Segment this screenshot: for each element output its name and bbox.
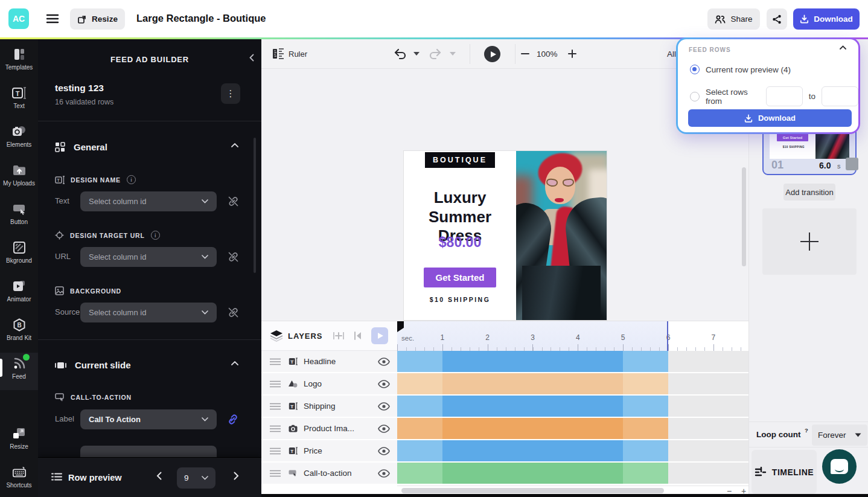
add-transition-icon[interactable]: [333, 330, 345, 341]
background-source-select[interactable]: Select column id: [80, 303, 217, 322]
all-slides-label[interactable]: All: [667, 50, 676, 59]
sidebar-item-templates[interactable]: Templates: [0, 47, 38, 81]
feed-options-kebab-icon[interactable]: ⋮: [221, 83, 240, 104]
drag-handle-icon[interactable]: [270, 470, 281, 477]
add-slide-button[interactable]: [762, 208, 857, 275]
canvas-vertical-scrollbar[interactable]: [742, 167, 746, 266]
prev-row-chevron-icon[interactable]: [156, 472, 162, 480]
undo-icon[interactable]: [393, 48, 407, 60]
layer-row-price[interactable]: T Price: [261, 440, 397, 461]
skip-to-start-icon[interactable]: [353, 331, 363, 341]
ad-product-photo[interactable]: [516, 151, 607, 320]
eye-icon[interactable]: [378, 447, 390, 455]
ad-shipping[interactable]: $10 SHIPPING: [430, 296, 491, 303]
ad-artboard[interactable]: BOUTIQUE Luxury Summer Dress $80.00 Get …: [404, 151, 607, 320]
drag-handle-icon[interactable]: [270, 403, 281, 410]
sidebar-item-elements[interactable]: Elements: [0, 124, 38, 158]
section-current-slide[interactable]: Current slide: [55, 360, 131, 370]
hamburger-menu-icon[interactable]: [46, 13, 59, 24]
current-row-option[interactable]: Current row preview (4): [690, 65, 791, 74]
share-button[interactable]: Share: [707, 8, 760, 30]
cta-label-select[interactable]: Call To Action: [80, 409, 217, 429]
duration-bar[interactable]: [397, 418, 668, 439]
drag-handle-icon[interactable]: [270, 425, 281, 432]
ruler-icon[interactable]: [272, 48, 285, 60]
share-nodes-icon[interactable]: [767, 8, 787, 30]
zoom-in-icon[interactable]: [568, 48, 576, 59]
sidebar-item-bkground[interactable]: Bkground: [0, 240, 38, 274]
drag-handle-icon[interactable]: [270, 447, 281, 455]
timeline-play-button[interactable]: [371, 327, 388, 344]
avatar[interactable]: AC: [8, 8, 29, 29]
sidebar-item-text[interactable]: T Text: [0, 86, 38, 120]
add-transition-button[interactable]: Add transition: [783, 184, 835, 200]
loop-count-select[interactable]: Forever: [812, 425, 867, 446]
ruler-label[interactable]: Ruler: [289, 50, 307, 59]
next-row-chevron-icon[interactable]: [234, 472, 239, 480]
loop-help-mark[interactable]: ?: [805, 427, 808, 434]
eye-icon[interactable]: [378, 425, 390, 433]
zoom-out-icon[interactable]: [521, 48, 529, 59]
layer-row-headline[interactable]: T Headline: [261, 351, 397, 372]
collapse-panel-icon[interactable]: [249, 54, 254, 62]
playhead[interactable]: [667, 321, 668, 351]
panel-scrollbar[interactable]: [254, 138, 256, 273]
select-rows-option[interactable]: Select rows from to: [690, 86, 858, 106]
layer-row-product-image[interactable]: Product Ima...: [261, 418, 397, 439]
duration-bar[interactable]: [397, 396, 668, 417]
link-icon[interactable]: [226, 413, 240, 426]
unlink-icon[interactable]: [227, 195, 240, 208]
section-general[interactable]: General: [55, 142, 107, 152]
layer-row-logo[interactable]: Logo: [261, 373, 397, 394]
sidebar-item-feed[interactable]: Feed: [0, 353, 38, 390]
sidebar-item-brand-kit[interactable]: B Brand Kit: [0, 318, 38, 351]
ad-price[interactable]: $80.00: [439, 234, 481, 251]
eye-icon[interactable]: [378, 402, 390, 411]
rows-to-input[interactable]: [822, 86, 858, 106]
timeline-toggle-button[interactable]: TIMELINE: [752, 450, 817, 494]
layer-row-shipping[interactable]: T Shipping: [261, 396, 397, 417]
info-icon[interactable]: i: [151, 231, 160, 240]
drag-handle-icon[interactable]: [270, 380, 281, 388]
duration-bar[interactable]: [397, 351, 668, 372]
eye-icon[interactable]: [378, 380, 390, 388]
unlink-icon[interactable]: [227, 251, 240, 263]
eye-icon[interactable]: [378, 469, 390, 478]
duration-bar[interactable]: [397, 373, 668, 394]
download-button[interactable]: Download: [793, 8, 860, 30]
row-number-select[interactable]: 9: [177, 467, 215, 489]
slide-duration-swatch[interactable]: [846, 158, 858, 170]
canvas-workarea[interactable]: BOUTIQUE Luxury Summer Dress $80.00 Get …: [261, 69, 748, 321]
redo-dropdown-icon[interactable]: [450, 52, 456, 56]
sidebar-item-resize[interactable]: Resize: [0, 426, 38, 460]
chat-support-button[interactable]: [822, 449, 857, 484]
slide-duration[interactable]: 6.0: [819, 161, 831, 170]
target-url-select[interactable]: Select column id: [80, 247, 217, 267]
chevron-up-icon[interactable]: [231, 361, 238, 365]
cta-url-select-partial[interactable]: [80, 446, 217, 458]
zoom-value[interactable]: 100%: [537, 50, 558, 59]
design-name-select[interactable]: Select column id: [80, 191, 217, 211]
sidebar-item-my-uploads[interactable]: My Uploads: [0, 163, 38, 197]
eye-icon[interactable]: [378, 358, 390, 366]
resize-button[interactable]: Resize: [70, 8, 125, 30]
radio-selected[interactable]: [690, 65, 700, 74]
rows-from-input[interactable]: [766, 86, 803, 106]
info-icon[interactable]: i: [127, 175, 136, 184]
redo-icon[interactable]: [428, 48, 442, 60]
ad-cta-button[interactable]: Get Started: [424, 268, 496, 287]
duration-bar[interactable]: [397, 463, 668, 484]
unlink-icon[interactable]: [227, 306, 240, 319]
drag-handle-icon[interactable]: [270, 358, 281, 365]
sidebar-item-animator[interactable]: Animator: [0, 279, 38, 313]
undo-dropdown-icon[interactable]: [413, 52, 420, 56]
duration-bar[interactable]: [397, 440, 668, 461]
preview-play-button[interactable]: [484, 46, 500, 62]
sidebar-item-shortcuts[interactable]: Shortcuts: [0, 465, 38, 497]
popup-collapse-chevron-icon[interactable]: [840, 45, 846, 50]
sidebar-item-button[interactable]: Button: [0, 202, 38, 236]
chevron-up-icon[interactable]: [231, 143, 238, 147]
timeline-ruler[interactable]: sec. 1 2 3 4 5 6 7: [397, 321, 748, 351]
popup-download-button[interactable]: Download: [688, 109, 852, 127]
ad-brand-badge[interactable]: BOUTIQUE: [425, 152, 495, 168]
